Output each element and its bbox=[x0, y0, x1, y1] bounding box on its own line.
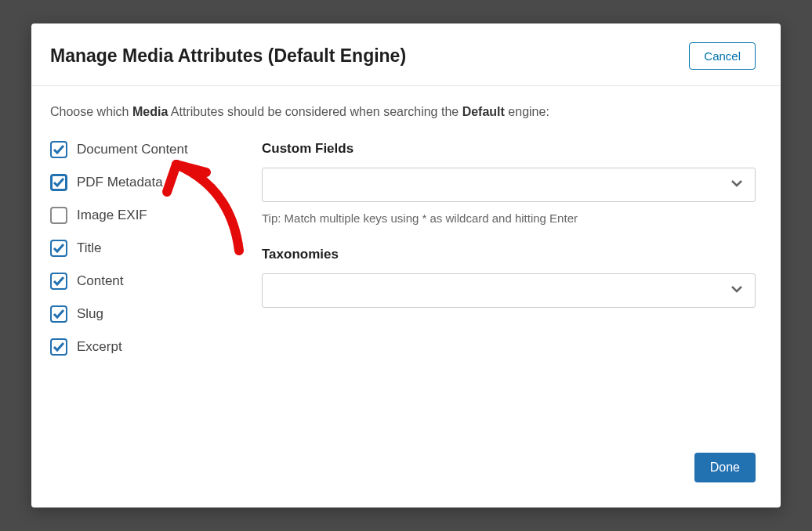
checkbox-icon bbox=[50, 273, 67, 290]
checkbox-icon bbox=[50, 174, 67, 191]
checkbox-content[interactable]: Content bbox=[50, 273, 230, 290]
checkbox-label: PDF Metadata bbox=[77, 175, 163, 190]
checkbox-image-exif[interactable]: Image EXIF bbox=[50, 207, 230, 224]
checkbox-label: Excerpt bbox=[77, 339, 122, 355]
desc-mid: Attributes should be considered when sea… bbox=[168, 105, 462, 118]
manage-media-attributes-modal: Manage Media Attributes (Default Engine)… bbox=[31, 23, 781, 508]
modal-footer: Done bbox=[31, 453, 781, 508]
checkbox-label: Content bbox=[77, 273, 124, 289]
desc-default: Default bbox=[462, 105, 505, 118]
checkbox-icon bbox=[50, 240, 67, 257]
checkbox-icon bbox=[50, 338, 67, 356]
body-layout: Document Content PDF Metadata Image EXIF bbox=[50, 141, 756, 356]
desc-media: Media bbox=[132, 105, 168, 118]
checkbox-label: Document Content bbox=[77, 142, 188, 157]
taxonomies-select[interactable] bbox=[262, 273, 756, 308]
checkbox-title[interactable]: Title bbox=[50, 240, 230, 257]
modal-body: Choose which Media Attributes should be … bbox=[31, 86, 781, 453]
checkbox-label: Slug bbox=[77, 306, 103, 322]
custom-fields-label: Custom Fields bbox=[262, 141, 756, 157]
checkbox-label: Title bbox=[77, 240, 102, 256]
done-button[interactable]: Done bbox=[694, 453, 756, 482]
custom-fields-tip: Tip: Match multiple keys using * as wild… bbox=[262, 211, 756, 225]
chevron-down-icon bbox=[730, 282, 744, 299]
cancel-button[interactable]: Cancel bbox=[689, 42, 756, 70]
checkbox-icon bbox=[50, 141, 67, 158]
checkbox-excerpt[interactable]: Excerpt bbox=[50, 338, 230, 356]
checkbox-label: Image EXIF bbox=[77, 208, 147, 223]
checkbox-icon bbox=[50, 207, 67, 224]
checkbox-slug[interactable]: Slug bbox=[50, 305, 230, 323]
custom-fields-select[interactable] bbox=[262, 168, 756, 202]
checkbox-icon bbox=[50, 305, 67, 323]
taxonomies-label: Taxonomies bbox=[262, 247, 756, 262]
desc-post: engine: bbox=[505, 105, 549, 118]
modal-header: Manage Media Attributes (Default Engine)… bbox=[31, 23, 781, 86]
right-column: Custom Fields Tip: Match multiple keys u… bbox=[262, 141, 756, 356]
checkbox-document-content[interactable]: Document Content bbox=[50, 141, 230, 158]
desc-pre: Choose which bbox=[50, 105, 132, 118]
modal-title: Manage Media Attributes (Default Engine) bbox=[50, 45, 406, 67]
modal-description: Choose which Media Attributes should be … bbox=[50, 105, 756, 119]
chevron-down-icon bbox=[730, 176, 744, 193]
checkbox-pdf-metadata[interactable]: PDF Metadata bbox=[50, 174, 230, 191]
attribute-checkbox-list: Document Content PDF Metadata Image EXIF bbox=[50, 141, 230, 356]
